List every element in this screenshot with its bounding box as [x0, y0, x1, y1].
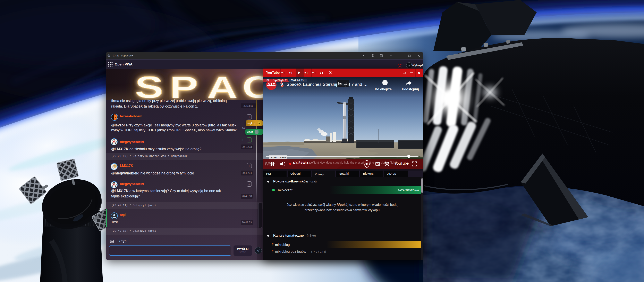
svg-text:A: A [207, 70, 238, 100]
svg-text:P: P [170, 70, 198, 100]
svg-text:S: S [135, 70, 163, 100]
